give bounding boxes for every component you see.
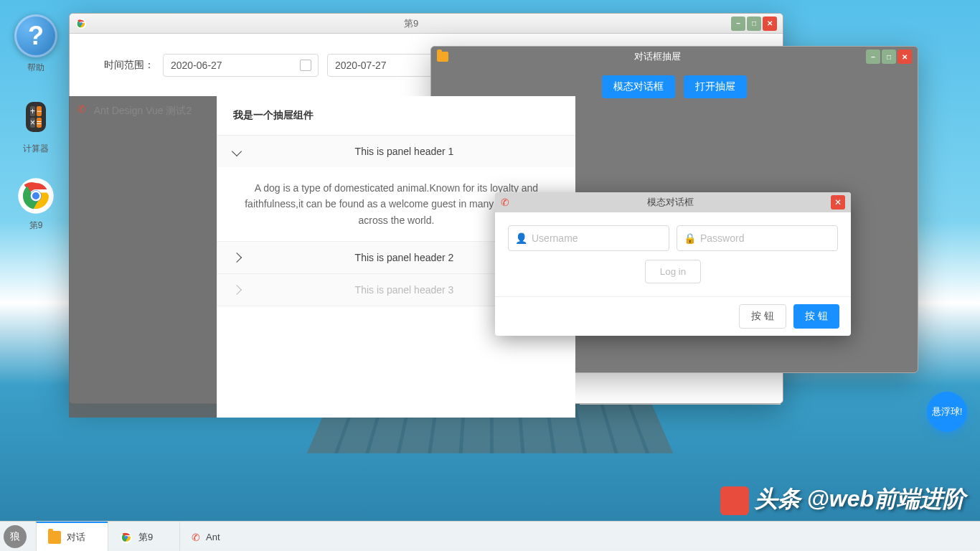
task-item-chrome[interactable]: 第9 <box>108 522 179 551</box>
close-button[interactable]: ✕ <box>897 50 912 64</box>
folder-icon <box>437 52 448 62</box>
minimize-button[interactable]: – <box>866 50 880 64</box>
collapse-header-1[interactable]: This is panel header 1 <box>217 136 575 167</box>
login-button[interactable]: Log in <box>645 260 701 283</box>
chrome-logo-icon <box>17 176 55 215</box>
svg-point-2 <box>32 192 40 200</box>
modal-footer: 按 钮 按 钮 <box>495 296 851 336</box>
modal-title: 模态对话框 <box>509 196 831 209</box>
calculator-icon[interactable]: +−×= 计算器 <box>14 95 57 155</box>
phone-icon: ✆ <box>192 532 200 543</box>
modal-dialog: ✆ 模态对话框 ✕ 👤 🔒 Log in 按 钮 按 钮 <box>495 192 851 336</box>
task-label: Ant <box>206 532 220 542</box>
chevron-down-icon <box>232 146 242 156</box>
time-range-label: 时间范围： <box>104 59 154 72</box>
open-modal-button[interactable]: 模态对话框 <box>602 75 675 98</box>
modal-body: 👤 🔒 Log in <box>495 212 851 296</box>
button-row: 模态对话框 打开抽屉 <box>602 75 747 98</box>
phone-icon: ✆ <box>501 197 509 208</box>
modal-ok-button[interactable]: 按 钮 <box>793 304 839 329</box>
maximize-button[interactable]: □ <box>747 17 761 31</box>
drawer-title: 我是一个抽屉组件 <box>217 96 575 135</box>
calc-grid-icon: +−×= <box>26 102 46 132</box>
task-label: 第9 <box>138 531 153 544</box>
close-icon[interactable]: ✕ <box>831 195 845 209</box>
chevron-right-icon <box>232 253 242 263</box>
username-input[interactable] <box>508 225 669 251</box>
desktop-icons: ? 帮助 +−×= 计算器 第9 <box>14 14 57 232</box>
svg-point-6 <box>125 535 128 539</box>
float-ball-button[interactable]: 悬浮球! <box>927 392 967 432</box>
help-label: 帮助 <box>27 62 44 74</box>
password-input[interactable] <box>677 225 838 251</box>
chrome-icon[interactable]: 第9 <box>14 176 57 232</box>
drawer-outer-title: Ant Design Vue 测试2 <box>69 105 217 118</box>
maximize-button[interactable]: □ <box>882 50 896 64</box>
watermark-text: 头条 @web前端进阶 <box>720 484 966 515</box>
titlebar[interactable]: 第9 – □ ✕ <box>70 14 783 34</box>
calc-label: 计算器 <box>23 143 49 155</box>
task-label: 对话 <box>67 531 85 544</box>
window-title: 对话框抽屉 <box>448 50 866 63</box>
chrome-label: 第9 <box>29 220 43 232</box>
modal-header[interactable]: ✆ 模态对话框 ✕ <box>495 192 851 212</box>
help-icon[interactable]: ? 帮助 <box>14 14 57 74</box>
chrome-small-icon <box>75 18 87 29</box>
window-title: 第9 <box>91 17 731 30</box>
collapse-header-text-1: This is panel header 1 <box>249 146 560 157</box>
folder-icon <box>48 531 61 544</box>
modal-cancel-button[interactable]: 按 钮 <box>739 304 786 329</box>
start-button[interactable]: 狼 <box>0 522 30 552</box>
task-item-dialog[interactable]: 对话 <box>36 522 108 551</box>
open-drawer-button[interactable]: 打开抽屉 <box>684 75 747 98</box>
drawer-mask[interactable]: ✆ Ant Design Vue 测试2 <box>69 96 217 418</box>
user-icon: 👤 <box>515 232 527 244</box>
date-from-input[interactable] <box>163 54 319 77</box>
chevron-right-icon <box>232 285 242 295</box>
lock-icon: 🔒 <box>684 232 696 244</box>
task-item-ant[interactable]: ✆ Ant <box>179 522 251 551</box>
taskbar: 狼 对话 第9 ✆ Ant <box>0 521 980 551</box>
start-icon: 狼 <box>4 525 27 548</box>
chrome-icon <box>120 531 133 544</box>
titlebar[interactable]: 对话框抽屉 – □ ✕ <box>431 47 918 67</box>
svg-point-4 <box>80 22 83 25</box>
minimize-button[interactable]: – <box>731 17 745 31</box>
close-button[interactable]: ✕ <box>763 17 777 31</box>
task-items: 对话 第9 ✆ Ant <box>36 522 251 551</box>
question-mark-icon: ? <box>14 14 57 57</box>
